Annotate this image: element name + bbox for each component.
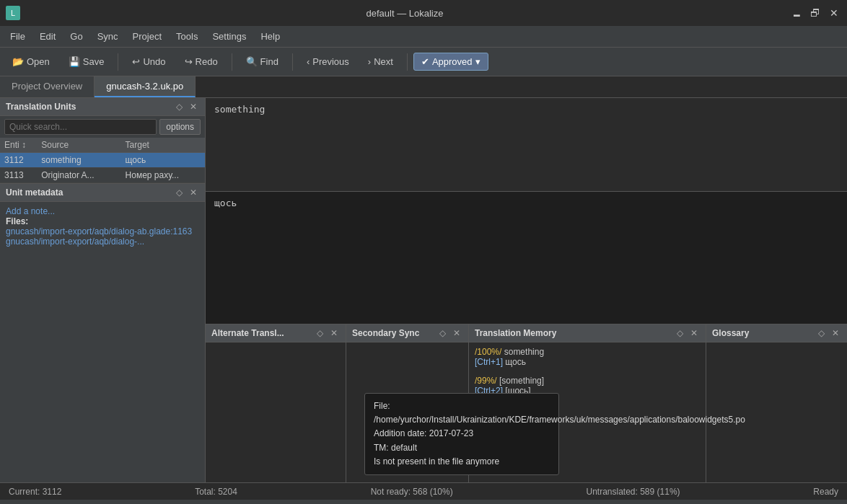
- menu-sync[interactable]: Sync: [90, 28, 126, 45]
- menu-settings[interactable]: Settings: [205, 28, 253, 45]
- secondary-sync-settings-button[interactable]: ◇: [437, 327, 448, 339]
- previous-button[interactable]: ‹ Previous: [299, 53, 357, 71]
- file-link-1[interactable]: gnucash/import-export/aqb/dialog-ab.glad…: [6, 226, 192, 236]
- table-row[interactable]: 3112somethingщось: [0, 153, 205, 168]
- translation-units-title: Translation Units: [6, 102, 76, 112]
- menu-bar: File Edit Go Sync Project Tools Settings…: [0, 26, 847, 48]
- approved-button[interactable]: ✔ Approved ▾: [413, 53, 488, 71]
- alt-trans-content: [206, 342, 346, 482]
- tooltip-tm-value: default: [391, 443, 417, 453]
- undo-button[interactable]: ↩ Undo: [124, 53, 173, 71]
- tm-entry[interactable]: /100%/ something[Ctrl+1] щось: [475, 347, 700, 367]
- secondary-sync-header: Secondary Sync ◇ ✕: [346, 324, 468, 342]
- title-right: 🗕 🗗 ✕: [789, 6, 841, 20]
- alt-trans-settings-button[interactable]: ◇: [315, 327, 325, 339]
- tm-title: Translation Memory: [475, 328, 556, 338]
- options-button[interactable]: options: [159, 119, 201, 135]
- unit-metadata-title: Unit metadata: [6, 187, 63, 198]
- title-left: L: [6, 6, 20, 20]
- alt-trans-close-button[interactable]: ✕: [328, 327, 340, 339]
- col-source[interactable]: Source: [37, 138, 120, 153]
- unit-metadata-close-button[interactable]: ✕: [188, 187, 199, 198]
- source-text-value: something: [214, 104, 265, 115]
- search-row: options: [0, 116, 205, 138]
- tooltip-file-value: /home/yurchor/Install/Ukrainization/KDE/…: [374, 415, 745, 425]
- translation-units-settings-button[interactable]: ◇: [174, 101, 185, 112]
- glossary-actions: ◇ ✕: [816, 327, 841, 339]
- menu-file[interactable]: File: [3, 28, 32, 45]
- find-button[interactable]: 🔍 Find: [238, 53, 286, 71]
- menu-tools[interactable]: Tools: [169, 28, 205, 45]
- status-not-ready: Not ready: 568 (10%): [371, 487, 453, 497]
- unit-metadata-content: Add a note... Files: gnucash/import-expo…: [0, 202, 205, 482]
- translation-units-table: Enti ↕ Source Target 3112somethingщось31…: [0, 138, 205, 183]
- row-target: Номер раху...: [121, 168, 205, 183]
- toolbar-separator-3: [292, 53, 293, 71]
- menu-edit[interactable]: Edit: [32, 28, 63, 45]
- redo-button[interactable]: ↪ Redo: [177, 53, 226, 71]
- menu-help[interactable]: Help: [253, 28, 287, 45]
- window-title: default — Lokalize: [367, 8, 444, 19]
- tab-project-overview[interactable]: Project Overview: [0, 76, 95, 97]
- source-text: something: [206, 98, 847, 192]
- tm-header: Translation Memory ◇ ✕: [469, 324, 706, 342]
- save-button[interactable]: 💾 Save: [61, 53, 113, 71]
- maximize-button[interactable]: 🗗: [808, 6, 822, 20]
- approved-dropdown-icon[interactable]: ▾: [475, 56, 480, 67]
- previous-label: Previous: [312, 56, 349, 67]
- save-icon: 💾: [69, 56, 80, 67]
- secondary-sync-title: Secondary Sync: [352, 328, 419, 338]
- tm-actions: ◇ ✕: [675, 327, 700, 339]
- close-button[interactable]: ✕: [827, 6, 841, 20]
- minimize-button[interactable]: 🗕: [789, 6, 804, 20]
- col-target[interactable]: Target: [121, 138, 205, 153]
- redo-icon: ↪: [185, 56, 193, 67]
- secondary-sync-close-button[interactable]: ✕: [451, 327, 462, 339]
- open-label: Open: [27, 56, 50, 67]
- col-entry[interactable]: Enti ↕: [0, 138, 37, 153]
- tm-target: щось: [505, 357, 526, 367]
- redo-label: Redo: [196, 56, 218, 67]
- glossary-content: [706, 342, 847, 482]
- unit-metadata-settings-button[interactable]: ◇: [174, 187, 185, 198]
- add-note-link[interactable]: Add a note...: [6, 206, 55, 216]
- unit-metadata-header: Unit metadata ◇ ✕: [0, 184, 205, 202]
- unit-metadata-actions: ◇ ✕: [174, 187, 199, 198]
- next-button[interactable]: › Next: [360, 53, 401, 71]
- left-panel: Translation Units ◇ ✕ options Enti ↕: [0, 98, 206, 482]
- glossary-header: Glossary ◇ ✕: [706, 324, 847, 342]
- menu-go[interactable]: Go: [63, 28, 89, 45]
- target-text-input[interactable]: [206, 192, 847, 324]
- previous-arrow-icon: ‹: [307, 56, 310, 67]
- alt-trans-panel: Alternate Transl... ◇ ✕: [206, 324, 346, 482]
- glossary-close-button[interactable]: ✕: [830, 327, 841, 339]
- status-untranslated: Untranslated: 589 (11%): [586, 487, 680, 497]
- alt-trans-actions: ◇ ✕: [315, 327, 340, 339]
- next-label: Next: [374, 56, 393, 67]
- menu-project[interactable]: Project: [126, 28, 169, 45]
- find-icon: 🔍: [246, 56, 258, 67]
- glossary-title: Glossary: [712, 328, 749, 338]
- folder-icon: 📂: [12, 56, 24, 67]
- open-button[interactable]: 📂 Open: [4, 53, 58, 71]
- tm-ctrl: [Ctrl+1]: [475, 357, 503, 367]
- alt-trans-title: Alternate Transl...: [211, 328, 284, 338]
- file-link-2[interactable]: gnucash/import-export/aqb/dialog-...: [6, 236, 144, 247]
- tooltip: File: /home/yurchor/Install/Ukrainizatio…: [364, 393, 559, 475]
- glossary-settings-button[interactable]: ◇: [816, 327, 827, 339]
- row-id: 3112: [0, 153, 37, 168]
- table-row[interactable]: 3113Originator A...Номер раху...: [0, 168, 205, 183]
- tm-match: /99%/: [475, 376, 497, 386]
- title-bar: L default — Lokalize 🗕 🗗 ✕: [0, 0, 847, 26]
- tab-gnucash-file[interactable]: gnucash-3.2.uk.po: [95, 76, 196, 97]
- tooltip-file-label: File:: [374, 401, 390, 411]
- row-source: Originator A...: [37, 168, 120, 183]
- tooltip-tm-label: TM:: [374, 443, 391, 453]
- translation-units-close-button[interactable]: ✕: [188, 101, 199, 112]
- search-input[interactable]: [4, 119, 157, 135]
- tm-settings-button[interactable]: ◇: [675, 327, 685, 339]
- next-arrow-icon: ›: [368, 56, 371, 67]
- tm-close-button[interactable]: ✕: [688, 327, 700, 339]
- secondary-sync-actions: ◇ ✕: [437, 327, 462, 339]
- tm-source: [something]: [499, 376, 544, 386]
